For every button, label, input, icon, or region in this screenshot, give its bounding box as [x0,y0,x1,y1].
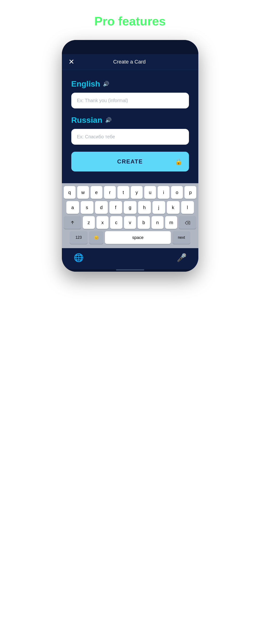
key-u[interactable]: u [144,186,156,199]
key-r[interactable]: r [104,186,116,199]
phone-home-indicator [62,269,198,272]
phone-shell: ✕ Create a Card English 🔊 Russian 🔊 [62,40,198,272]
russian-label-row: Russian 🔊 [71,116,189,125]
key-s[interactable]: s [81,201,94,214]
key-p[interactable]: p [184,186,196,199]
phone-top [62,40,198,54]
key-123[interactable]: 123 [70,231,88,244]
english-label-row: English 🔊 [71,79,189,88]
key-w[interactable]: w [77,186,89,199]
key-e[interactable]: e [90,186,102,199]
keyboard-row-2: a s d f g h j k l [64,201,196,214]
keyboard: q w e r t y u i o p a s d f g h j k [62,183,198,248]
page-wrapper: Pro features ✕ Create a Card English 🔊 [57,14,203,272]
key-i[interactable]: i [158,186,170,199]
russian-label: Russian [71,116,102,125]
english-input[interactable] [71,93,189,108]
create-button[interactable]: CREATE 🔒 [71,152,189,172]
lock-icon: 🔒 [175,158,182,165]
delete-key[interactable] [179,216,196,229]
key-j[interactable]: j [152,201,165,214]
create-button-label: CREATE [117,158,143,165]
close-button[interactable]: ✕ [68,58,74,66]
key-y[interactable]: y [131,186,142,199]
key-z[interactable]: z [83,216,95,229]
key-x[interactable]: x [96,216,108,229]
key-d[interactable]: d [95,201,108,214]
key-c[interactable]: c [110,216,122,229]
key-m[interactable]: m [165,216,177,229]
page-title: Pro features [94,14,166,28]
key-b[interactable]: b [138,216,150,229]
keyboard-bottom-row: 123 😊 space next [64,231,196,244]
key-l[interactable]: l [181,201,194,214]
keyboard-row-1: q w e r t y u i o p [64,186,196,199]
nav-bar: ✕ Create a Card [62,54,198,70]
emoji-key[interactable]: 😊 [89,231,103,244]
key-g[interactable]: g [124,201,136,214]
shift-key[interactable] [64,216,81,229]
english-label: English [71,79,100,88]
key-t[interactable]: t [118,186,129,199]
key-q[interactable]: q [64,186,76,199]
mic-icon[interactable]: 🎤 [177,253,186,262]
key-k[interactable]: k [167,201,180,214]
key-h[interactable]: h [138,201,151,214]
globe-icon[interactable]: 🌐 [74,253,84,262]
key-o[interactable]: o [171,186,183,199]
next-key[interactable]: next [172,231,190,244]
nav-title: Create a Card [74,59,185,65]
russian-section: Russian 🔊 [71,116,189,145]
phone-bottom-bar: 🌐 🎤 [62,248,198,269]
russian-speaker-icon[interactable]: 🔊 [105,117,112,123]
key-n[interactable]: n [152,216,164,229]
content-area: English 🔊 Russian 🔊 CREATE 🔒 [62,70,198,183]
key-a[interactable]: a [66,201,79,214]
english-section: English 🔊 [71,79,189,108]
space-key[interactable]: space [105,231,171,244]
key-f[interactable]: f [110,201,122,214]
english-speaker-icon[interactable]: 🔊 [103,81,109,87]
notch [111,40,149,48]
russian-input[interactable] [71,129,189,145]
home-bar [116,269,144,270]
keyboard-row-3: z x c v b n m [64,216,196,229]
key-v[interactable]: v [124,216,136,229]
